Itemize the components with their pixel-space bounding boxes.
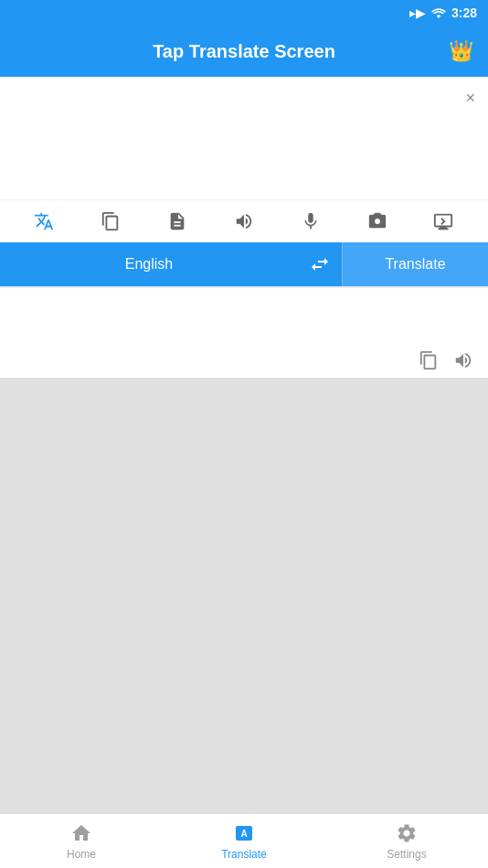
swap-languages-button[interactable] (298, 242, 342, 286)
copy-icon[interactable] (93, 208, 128, 235)
screen-icon[interactable] (426, 208, 461, 235)
input-card: × (0, 77, 488, 242)
translation-output (0, 288, 488, 343)
output-toolbar (0, 343, 488, 378)
crown-icon[interactable]: 👑 (449, 39, 473, 63)
status-time: 3:28 (451, 5, 477, 20)
bottom-navigation: Home A Translate Settings (0, 813, 488, 868)
home-icon (70, 822, 92, 844)
speaker-icon[interactable] (227, 208, 261, 235)
wifi-signal-icon (431, 7, 446, 18)
nav-item-translate[interactable]: A Translate (163, 814, 325, 868)
translate-nav-icon: A (233, 822, 255, 844)
close-button[interactable]: × (461, 86, 479, 110)
svg-text:A: A (240, 829, 247, 839)
translation-input[interactable] (0, 77, 488, 196)
translate-label: Translate (221, 848, 267, 861)
settings-icon (396, 822, 418, 844)
wifi-icon: ▸▶ (409, 5, 426, 20)
google-translate-icon[interactable] (27, 208, 61, 235)
nav-item-settings[interactable]: Settings (325, 814, 488, 868)
gray-area (0, 378, 488, 813)
output-copy-icon[interactable] (419, 350, 439, 370)
document-icon[interactable] (160, 208, 195, 235)
microphone-icon[interactable] (293, 208, 328, 235)
settings-label: Settings (387, 848, 426, 861)
nav-item-home[interactable]: Home (0, 814, 163, 868)
source-language-button[interactable]: English (0, 242, 298, 286)
language-bar: English Translate (0, 242, 488, 286)
main-content: × (0, 77, 488, 813)
home-label: Home (67, 848, 96, 861)
output-speaker-icon[interactable] (453, 350, 473, 370)
app-title: Tap Translate Screen (153, 41, 335, 62)
status-bar: ▸▶ 3:28 (0, 0, 488, 26)
translate-button[interactable]: Translate (342, 242, 488, 286)
app-header: Tap Translate Screen 👑 (0, 26, 488, 77)
output-card (0, 288, 488, 378)
input-toolbar (0, 199, 488, 242)
camera-icon[interactable] (360, 208, 395, 235)
